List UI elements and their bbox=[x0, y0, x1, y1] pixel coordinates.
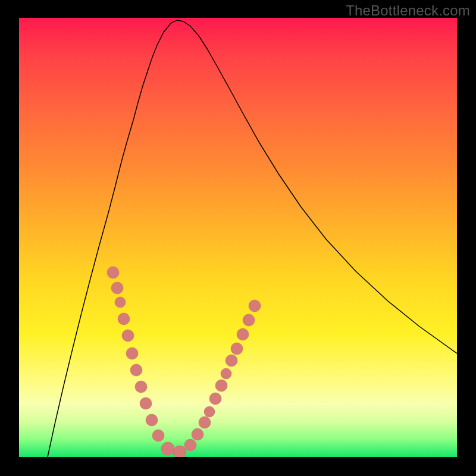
bead bbox=[204, 406, 215, 417]
outer-frame: TheBottleneck.com bbox=[0, 0, 476, 476]
bead bbox=[226, 355, 237, 367]
bead bbox=[192, 428, 203, 440]
bead bbox=[231, 343, 243, 355]
bead bbox=[237, 328, 249, 340]
bead bbox=[122, 330, 134, 342]
bead bbox=[135, 381, 147, 393]
bead bbox=[140, 397, 152, 409]
curve-beads bbox=[107, 267, 261, 457]
bead bbox=[249, 300, 261, 312]
bead bbox=[118, 313, 130, 325]
bead bbox=[126, 347, 138, 359]
bead bbox=[115, 297, 126, 308]
bead bbox=[184, 439, 196, 451]
bead bbox=[209, 393, 221, 405]
bead bbox=[199, 416, 211, 428]
bead bbox=[146, 414, 158, 426]
bead bbox=[221, 368, 231, 379]
bead bbox=[111, 282, 123, 294]
bead bbox=[215, 380, 227, 392]
bead bbox=[130, 364, 142, 376]
bead bbox=[152, 430, 164, 441]
bottleneck-curve bbox=[48, 20, 457, 457]
plot-area bbox=[19, 18, 457, 457]
chart-svg bbox=[19, 18, 457, 457]
bead bbox=[243, 314, 255, 326]
bead bbox=[173, 446, 186, 457]
bead bbox=[107, 267, 119, 278]
bead bbox=[161, 442, 174, 455]
watermark-text: TheBottleneck.com bbox=[346, 2, 470, 19]
